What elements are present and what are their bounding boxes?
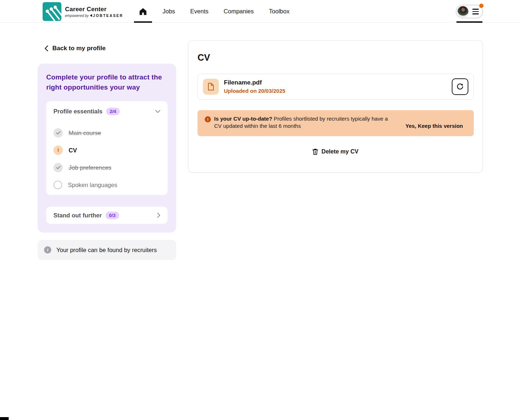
essentials-header[interactable]: Profile essentials 2/4 <box>46 101 168 115</box>
essentials-checklist: Main course ! CV Job preferences Spoken … <box>53 124 160 194</box>
brand-tagline: empowered by JOBTEASER <box>65 14 123 18</box>
profile-completion-card: Complete your profile to attract the rig… <box>38 64 176 233</box>
page-corner-artifact <box>0 417 9 420</box>
warning-lead: Is your CV up-to-date? <box>214 116 272 122</box>
warning-icon: ! <box>53 146 63 155</box>
alert-icon: ! <box>205 116 211 122</box>
file-name: Filename.pdf <box>224 79 285 87</box>
jobteaser-wordmark: JOBTEASER <box>93 14 124 18</box>
visibility-note-text: Your profile can be found by recruiters <box>56 247 157 254</box>
back-to-profile-link[interactable]: Back to my profile <box>44 45 105 52</box>
primary-nav: Jobs Events Companies Toolbox <box>162 0 290 23</box>
completion-heading: Complete your profile to attract the rig… <box>46 72 168 92</box>
checklist-item-cv[interactable]: ! CV <box>53 142 160 159</box>
replace-cv-button[interactable] <box>452 78 468 95</box>
standout-title: Stand out further <box>53 212 102 219</box>
checklist-item-label: CV <box>69 147 77 154</box>
tagline-text: empowered by <box>65 14 89 18</box>
checklist-item-main-course[interactable]: Main course <box>53 124 160 142</box>
nav-item-events[interactable]: Events <box>190 8 208 15</box>
profile-essentials-section: Profile essentials 2/4 Main course ! CV <box>46 101 168 195</box>
cv-file-row: Filename.pdf Uploaded on 20/03/2025 <box>198 74 474 100</box>
cv-card-title: CV <box>198 52 210 63</box>
avatar <box>457 6 469 17</box>
cv-card: CV Filename.pdf Uploaded on 20/03/2025 !… <box>188 40 483 173</box>
checklist-item-label: Main course <box>69 130 101 137</box>
info-icon: i <box>44 246 51 254</box>
jobteaser-mark-icon <box>90 14 92 17</box>
pdf-file-icon <box>203 79 219 95</box>
empty-circle-icon <box>53 181 62 189</box>
cv-update-warning-banner: ! Is your CV up-to-date? Profiles shortl… <box>198 110 474 136</box>
nav-item-jobs[interactable]: Jobs <box>162 8 175 15</box>
checklist-item-job-preferences[interactable]: Job preferences <box>53 159 160 176</box>
warning-text: Is your CV up-to-date? Profiles shortlis… <box>214 115 396 130</box>
career-center-logo-icon <box>43 2 61 21</box>
check-icon <box>53 163 63 172</box>
nav-item-toolbox[interactable]: Toolbox <box>269 8 290 15</box>
nav-item-companies[interactable]: Companies <box>224 8 254 15</box>
delete-cv-button[interactable]: Delete my CV <box>188 148 482 155</box>
refresh-icon <box>456 83 464 91</box>
check-icon <box>53 128 63 138</box>
hamburger-icon <box>472 9 479 14</box>
file-meta: Filename.pdf Uploaded on 20/03/2025 <box>224 79 285 95</box>
checklist-item-label: Spoken languages <box>68 182 117 189</box>
essentials-title: Profile essentials <box>53 108 103 115</box>
checklist-item-spoken-languages[interactable]: Spoken languages <box>53 176 160 194</box>
essentials-count-badge: 2/4 <box>106 108 120 115</box>
account-menu-button[interactable] <box>456 5 483 18</box>
chevron-down-icon[interactable] <box>155 110 160 113</box>
standout-count-badge: 0/3 <box>105 212 119 219</box>
file-uploaded-date: Uploaded on 20/03/2025 <box>224 87 285 95</box>
notification-dot <box>479 4 484 8</box>
nav-home-tab[interactable] <box>134 0 152 23</box>
checklist-item-label: Job preferences <box>69 164 111 171</box>
brand[interactable]: Career Center empowered by JOBTEASER <box>43 2 123 21</box>
back-link-label: Back to my profile <box>52 45 105 52</box>
chevron-left-icon <box>44 45 48 52</box>
profile-visibility-note: i Your profile can be found by recruiter… <box>38 240 176 260</box>
home-icon <box>139 7 147 16</box>
account-active-indicator <box>456 21 482 23</box>
top-navbar: Career Center empowered by JOBTEASER Job… <box>0 0 520 23</box>
keep-version-button[interactable]: Yes, Keep this version <box>400 119 468 133</box>
stand-out-further-section[interactable]: Stand out further 0/3 <box>46 207 168 224</box>
brand-title: Career Center <box>65 6 123 13</box>
chevron-right-icon <box>157 213 160 218</box>
active-tab-indicator <box>134 21 152 23</box>
delete-cv-label: Delete my CV <box>321 148 358 155</box>
trash-icon <box>312 148 318 155</box>
